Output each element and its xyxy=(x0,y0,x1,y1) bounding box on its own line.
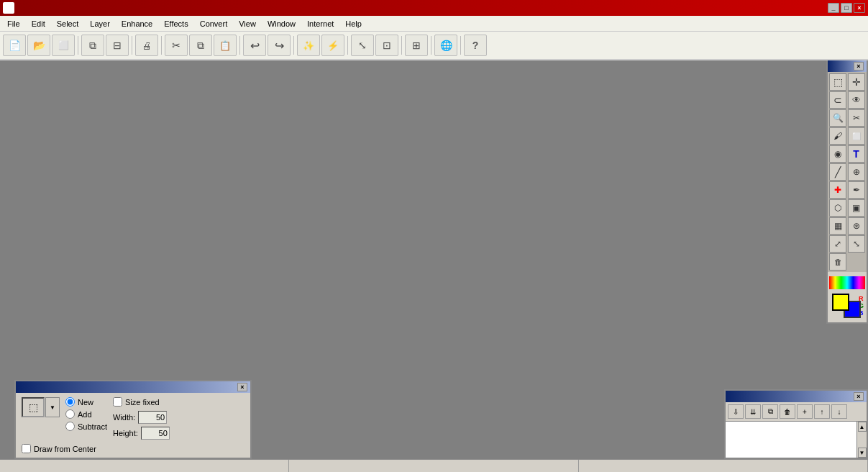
zoom-tool[interactable] xyxy=(829,109,846,127)
new-button[interactable] xyxy=(3,35,26,56)
selection-mode-group: New Add Subtract xyxy=(65,397,107,431)
radio-new-label: New xyxy=(78,398,93,407)
lasso-tool[interactable] xyxy=(829,91,846,109)
height-label: Height: xyxy=(113,429,138,437)
pen-tool[interactable] xyxy=(848,181,865,199)
menu-item-edit[interactable]: Edit xyxy=(26,18,51,30)
redo-button[interactable] xyxy=(268,35,291,56)
toolbar-separator xyxy=(460,36,461,55)
radio-add-input[interactable] xyxy=(65,409,75,419)
layer-merge-down[interactable]: ⇩ xyxy=(728,404,744,419)
pan-button[interactable] xyxy=(405,35,428,56)
rect-shape-button[interactable]: ⬚ xyxy=(22,397,45,417)
menu-item-enhance[interactable]: Enhance xyxy=(116,18,158,30)
tools-panel-close[interactable]: × xyxy=(854,62,864,71)
layer-duplicate[interactable]: ⧉ xyxy=(762,404,778,419)
menu-item-select[interactable]: Select xyxy=(51,18,85,30)
magic-wand-button[interactable] xyxy=(297,35,320,56)
width-label: Width: xyxy=(113,413,135,422)
layer-add[interactable]: + xyxy=(797,404,813,419)
print-button[interactable] xyxy=(135,35,158,56)
line-tool[interactable] xyxy=(829,163,846,181)
status-segment-3 xyxy=(579,460,868,472)
crop-tool[interactable] xyxy=(848,109,865,127)
clone-tool[interactable] xyxy=(848,163,865,181)
menu-item-layer[interactable]: Layer xyxy=(84,18,116,30)
blur-tool[interactable] xyxy=(829,145,846,163)
brush-tool[interactable] xyxy=(829,127,846,145)
help-button[interactable] xyxy=(464,35,487,56)
radio-add: Add xyxy=(65,409,107,419)
trash-tool[interactable] xyxy=(829,253,846,271)
scan-button[interactable] xyxy=(81,35,104,56)
scroll-up-arrow[interactable]: ▲ xyxy=(858,422,867,432)
tool-options-close[interactable]: × xyxy=(237,383,247,391)
width-input[interactable] xyxy=(138,411,167,424)
menu-item-help[interactable]: Help xyxy=(339,18,367,30)
layers-panel: × ⇩ ⇊ ⧉ 🗑 + ↑ ↓ ▲ ▼ xyxy=(724,389,868,459)
menu-item-convert[interactable]: Convert xyxy=(194,18,234,30)
cut-button[interactable] xyxy=(165,35,188,56)
status-segment-2 xyxy=(289,460,578,472)
select-rect-tool[interactable] xyxy=(829,73,846,91)
shape-tool[interactable] xyxy=(829,199,846,217)
smart-select-button[interactable] xyxy=(321,35,344,56)
crop-tool-button[interactable] xyxy=(375,35,398,56)
radio-subtract-input[interactable] xyxy=(65,422,75,431)
shape-dropdown[interactable]: ▼ xyxy=(45,397,60,417)
toolbar-separator xyxy=(293,36,294,55)
minimize-button[interactable]: _ xyxy=(828,3,839,13)
shape-selector: ⬚ ▼ xyxy=(22,397,60,417)
heal-tool[interactable] xyxy=(829,181,846,199)
color-area: R G B xyxy=(828,272,867,322)
paste-button[interactable] xyxy=(214,35,237,56)
status-segment-1 xyxy=(0,460,289,472)
maximize-button[interactable]: □ xyxy=(841,3,852,13)
expand-tool[interactable] xyxy=(829,235,846,253)
layer-delete[interactable]: 🗑 xyxy=(780,404,795,419)
toolbar-separator xyxy=(431,36,431,55)
open-button[interactable] xyxy=(27,35,50,56)
thumbnail-button[interactable] xyxy=(106,35,129,56)
gradient-tool[interactable] xyxy=(829,217,846,235)
radio-new: New xyxy=(65,397,107,407)
title-bar: _ □ × xyxy=(0,0,868,16)
tool-options-body: ⬚ ▼ New Add Subtract Size fixed xyxy=(16,393,250,444)
toolbar-separator xyxy=(78,36,78,55)
sponge-tool[interactable] xyxy=(848,217,865,235)
menu-item-internet[interactable]: Internet xyxy=(301,18,339,30)
width-row: Width: xyxy=(113,411,170,424)
layer-merge-all[interactable]: ⇊ xyxy=(745,404,761,419)
toolbar-separator xyxy=(347,36,348,55)
menu-item-effects[interactable]: Effects xyxy=(158,18,193,30)
menu-bar: FileEditSelectLayerEnhanceEffectsConvert… xyxy=(0,16,868,32)
undo-button[interactable] xyxy=(243,35,266,56)
globe-button[interactable] xyxy=(434,35,457,56)
rect-select-button[interactable] xyxy=(52,35,75,56)
foreground-color[interactable] xyxy=(832,294,849,311)
eraser-tool[interactable] xyxy=(848,127,865,145)
eyedropper-tool[interactable] xyxy=(848,91,865,109)
height-input[interactable] xyxy=(141,427,170,440)
menu-item-window[interactable]: Window xyxy=(262,18,301,30)
layer-move-up[interactable]: ↑ xyxy=(814,404,830,419)
layer-move-down[interactable]: ↓ xyxy=(831,404,847,419)
compress-tool[interactable] xyxy=(848,235,865,253)
move-tool[interactable] xyxy=(848,73,865,91)
size-fixed-check: Size fixed xyxy=(113,397,170,407)
menu-item-file[interactable]: File xyxy=(1,18,26,30)
text-tool[interactable] xyxy=(848,145,865,163)
layers-panel-close[interactable]: × xyxy=(854,392,864,401)
copy-button[interactable] xyxy=(189,35,212,56)
layers-content-area: ▲ ▼ xyxy=(726,422,867,458)
close-button[interactable]: × xyxy=(854,3,865,13)
tools-panel-title: × xyxy=(828,60,867,72)
radio-new-input[interactable] xyxy=(65,397,75,407)
size-fixed-checkbox[interactable] xyxy=(113,397,122,407)
fg-bg-colors: R G B xyxy=(829,294,865,319)
scroll-down-arrow[interactable]: ▼ xyxy=(858,448,867,458)
resize-button[interactable] xyxy=(351,35,374,56)
menu-item-view[interactable]: View xyxy=(233,18,262,30)
fill-tool[interactable] xyxy=(848,199,865,217)
draw-center-checkbox[interactable] xyxy=(22,444,31,453)
